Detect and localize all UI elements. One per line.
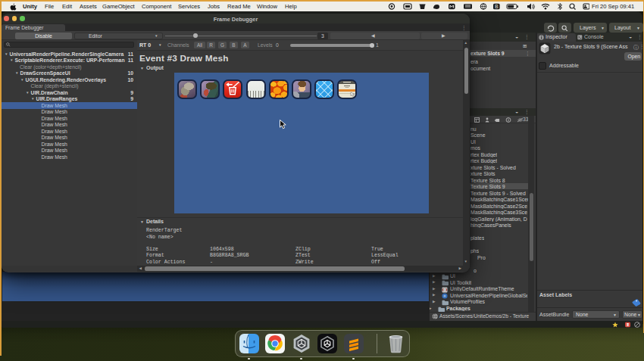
svg-text:B: B	[495, 4, 498, 9]
